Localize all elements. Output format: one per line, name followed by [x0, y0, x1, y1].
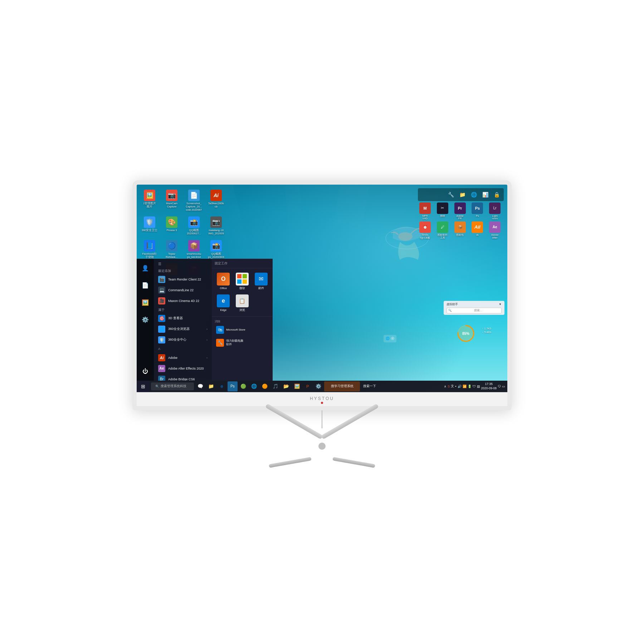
pinned-app-office[interactable]: O Office — [215, 271, 232, 292]
taskbar-icon-media[interactable]: 🎵 — [270, 381, 280, 391]
start-item-360browser[interactable]: 🌐 360全全浏览器 › — [154, 324, 212, 335]
tray-icon-net[interactable]: 📶 — [463, 385, 467, 388]
start-recently-section: 消除 🛍 Microsoft Store 🔧 强力卸载电脑软件 — [212, 316, 273, 349]
desktop-widget[interactable]: 🌐 ⓔ — [384, 335, 396, 342]
right-apps-grid-1: M MPRVHD ✂ 剪映 Pr AdobePR Ps Ps — [418, 203, 504, 220]
desktop-icon-picasa[interactable]: 🎨 Picasa 3 — [162, 215, 181, 236]
desktop-icon-adobe[interactable]: Ai 5a5feec283bcb — [207, 188, 225, 213]
desktop-icon-malatang[interactable]: 📷 malatang-18IMG_202009 — [207, 215, 225, 236]
desktop-icon-360[interactable]: 🛡️ 360安全卫士 — [140, 215, 159, 236]
taskbar-time-display: 17:35 — [481, 382, 497, 386]
start-item-3d[interactable]: 🎯 3D 查看器 — [154, 313, 212, 324]
virtual-assistant-panel: 虚拟助手 ▼ 🔍 搜索... — [444, 301, 504, 315]
svg-point-1 — [398, 232, 413, 241]
taskbar-icon-browser[interactable]: e — [217, 381, 227, 391]
tray-icon-batt[interactable]: 🔋 — [468, 385, 472, 388]
start-item-icon-cmd: 💻 — [158, 287, 165, 294]
start-item-text-360b: 360全全浏览器 — [168, 327, 190, 331]
taskbar-icon-orange[interactable]: 🟠 — [260, 381, 270, 391]
pinned-app-email[interactable]: ✉ 邮件 — [252, 271, 270, 292]
start-item-team-render[interactable]: 🎬 Team Render Client 22 — [154, 274, 212, 285]
desktop-icon-facebook[interactable]: 📘 Facebook社子登陆 — [140, 239, 159, 260]
start-item-bridge[interactable]: Br Adobe Bridge CS6 — [154, 374, 212, 381]
start-menu-pictures[interactable]: 🖼️ — [139, 296, 152, 309]
tray-icon-action[interactable]: ▤ — [477, 385, 480, 388]
toolbar-icon-4[interactable]: 📊 — [480, 190, 490, 200]
taskbar-icon-current[interactable]: 搜学习管理系统 — [324, 381, 360, 391]
section-all: 属于 — [154, 306, 212, 313]
right-app-ai[interactable]: Ail Ai — [470, 221, 484, 239]
taskbar-icon-green[interactable]: 🟢 — [238, 381, 248, 391]
start-item-text-cinema: Maxon Cinema 4D 22 — [168, 299, 199, 303]
start-item-text-ae2020: Adobe After Effects 2020 — [168, 367, 204, 370]
toolbar-icon-1[interactable]: 🔧 — [446, 190, 456, 200]
right-app-icon-pack[interactable]: 📦 图标包 — [453, 221, 467, 239]
pinned-app-edge[interactable]: e Edge — [215, 293, 232, 313]
taskbar-search[interactable]: 🔍 搜索管理系统科技 — [151, 382, 194, 390]
start-item-cmdline[interactable]: 💻 CommandLine 22 — [154, 285, 212, 296]
start-menu-settings[interactable]: ⚙️ — [139, 313, 152, 326]
toolbar-icon-5[interactable]: 🔒 — [492, 190, 502, 200]
stand-base-wrapper — [261, 428, 383, 464]
right-app-ps[interactable]: Ps Ps — [470, 203, 484, 220]
tray-icon-desktop[interactable]: ▭ — [502, 385, 505, 388]
tray-icon-s[interactable]: S — [448, 385, 450, 388]
right-app-ae[interactable]: Ae AdobeAfter — [488, 221, 502, 239]
desktop-icon-qq1[interactable]: 📸 QQ截图20200627... — [185, 215, 203, 236]
right-app-icon-tool[interactable]: 🖊 图标制作工具 — [435, 221, 450, 239]
start-item-icon-team: 🎬 — [158, 276, 165, 283]
stand-base — [261, 428, 383, 464]
right-app-times[interactable]: ⏰ Timesngl-CB服 — [418, 221, 432, 239]
start-menu-user[interactable]: 👤 — [139, 262, 152, 275]
taskbar-icon-file[interactable]: 📂 — [281, 381, 291, 391]
pinned-app-windows[interactable]: 微软 — [234, 271, 251, 292]
tray-icon-ime[interactable]: 文 — [451, 384, 454, 389]
toolbar-icon-2[interactable]: 📁 — [457, 190, 467, 200]
start-menu-power[interactable]: ⏻ — [139, 365, 152, 378]
taskbar-icon-gear[interactable]: ⚙️ — [313, 381, 323, 391]
va-button[interactable]: ▼ — [499, 303, 502, 306]
start-apps-list: 🎯 3D 查看器 🌐 360全全浏览器 › 🛡️ 360全全中心 › — [154, 313, 212, 381]
taskbar-icon-ppt[interactable]: P — [303, 381, 313, 391]
taskbar-icon-img[interactable]: 🖼️ — [292, 381, 302, 391]
svg-text:85%: 85% — [462, 332, 469, 336]
tray-icon-notif[interactable]: 🗨 — [498, 385, 501, 388]
taskbar-tray: ∧ S 文 • 🔊 📶 🔋 🛡 ▤ 17:35 2020-09-08 🗨 ▭ — [444, 382, 507, 391]
recently-added-store[interactable]: 🛍 Microsoft Store — [215, 325, 270, 335]
toolbar-icon-3[interactable]: 🌐 — [469, 190, 479, 200]
start-item-icon-3d: 🎯 — [158, 315, 165, 322]
va-search[interactable]: 🔍 搜索... — [447, 308, 502, 313]
desktop-icon-gallery[interactable]: 🖼️ 1管理图片图片 — [140, 188, 159, 213]
start-item-icon-bridge: Br — [158, 376, 165, 381]
stand-foot-right — [332, 457, 375, 468]
right-app-lightroom[interactable]: Lr Lightroom — [488, 203, 502, 220]
taskbar-start-button[interactable]: ⊞ — [137, 381, 150, 392]
start-menu-docs[interactable]: 📄 — [139, 279, 152, 292]
desktop-icon-topaz[interactable]: 🔵 TopazReMask... — [162, 239, 181, 260]
recently-added-tool[interactable]: 🔧 强力卸载电脑软件 — [215, 338, 270, 348]
right-app-jianying[interactable]: ✂ 剪映 — [435, 203, 450, 220]
taskbar-icon-cortana[interactable]: 🗨️ — [195, 381, 205, 391]
start-item-cinema4d[interactable]: 🎥 Maxon Cinema 4D 22 — [154, 296, 212, 306]
taskbar-icon-ps[interactable]: Ps — [228, 381, 238, 391]
desktop-icon-screenshot[interactable]: 📄 Screenshot_Capture_20...cold 2020987 — [185, 188, 203, 213]
right-app-mpr[interactable]: M MPRVHD — [418, 203, 432, 220]
tray-icon-vol[interactable]: 🔊 — [458, 385, 462, 388]
recently-icon-store: 🛍 — [216, 326, 224, 334]
start-item-360center[interactable]: 🛡️ 360全全中心 › — [154, 335, 212, 345]
desktop-icon-multicam[interactable]: 📷 MuniCamCapture — [162, 188, 181, 213]
taskbar-icon-next[interactable]: 搜索一下 — [361, 381, 379, 391]
start-item-text-la: A — [158, 347, 160, 351]
taskbar-icon-chrome[interactable]: 🌐 — [249, 381, 259, 391]
tray-icon-shield[interactable]: 🛡 — [473, 385, 476, 388]
start-item-letter-a: A — [154, 345, 212, 352]
monitor-body: 🖼️ 1管理图片图片 📷 MuniCamCapture 📄 Screenshot… — [132, 180, 512, 410]
start-item-ae2020[interactable]: Ae Adobe After Effects 2020 — [154, 363, 212, 374]
start-item-adobe[interactable]: Ai Adobe › — [154, 352, 212, 363]
taskbar-icon-folder[interactable]: 📁 — [206, 381, 216, 391]
desktop-icon-qq2[interactable]: 📸 QQ截图ps_20200903 — [207, 239, 225, 260]
pinned-app-browse[interactable]: 📋 浏览 — [234, 293, 251, 313]
desktop-icon-smartmocku1[interactable]: 📦 smartmockups_kec4rs4 — [185, 239, 203, 260]
right-app-pr[interactable]: Pr AdobePR — [453, 203, 467, 220]
tray-icon-chevron[interactable]: ∧ — [444, 385, 447, 388]
